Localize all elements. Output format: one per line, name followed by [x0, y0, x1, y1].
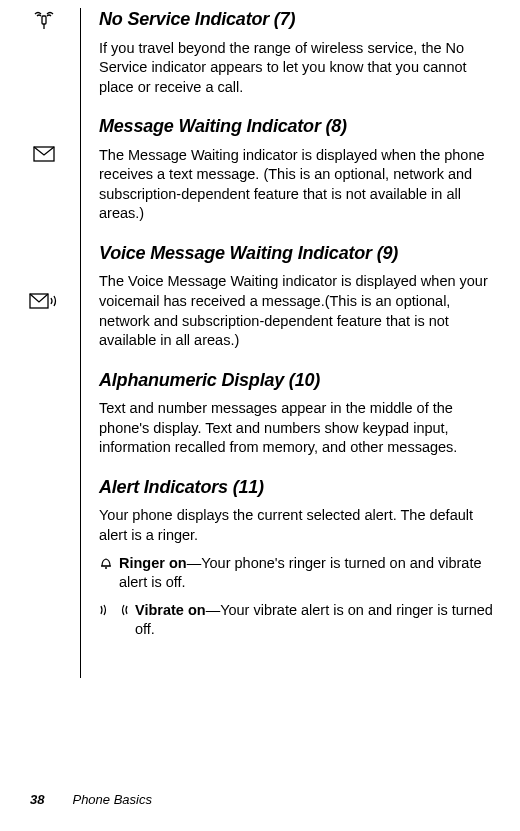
heading-alert-indicators: Alert Indicators (11) — [99, 476, 500, 499]
page-footer: 38 Phone Basics — [30, 792, 152, 807]
heading-no-service: No Service Indicator (7) — [99, 8, 500, 31]
svg-point-5 — [105, 567, 107, 569]
message-waiting-icon — [20, 146, 68, 162]
ringer-on-label: Ringer on — [119, 555, 187, 571]
alert-vibrate-text: Vibrate on—Your vibrate alert is on and … — [135, 601, 500, 640]
heading-voice-message-waiting: Voice Message Waiting Indicator (9) — [99, 242, 500, 265]
section-message-waiting: Message Waiting Indicator (8) The Messag… — [99, 115, 500, 224]
chapter-title: Phone Basics — [72, 792, 152, 807]
two-column-layout: No Service Indicator (7) If you travel b… — [20, 8, 500, 678]
heading-message-waiting: Message Waiting Indicator (8) — [99, 115, 500, 138]
section-no-service: No Service Indicator (7) If you travel b… — [99, 8, 500, 97]
no-service-icon — [20, 10, 68, 32]
vibrate-on-label: Vibrate on — [135, 602, 206, 618]
icon-column — [20, 8, 80, 678]
voice-message-waiting-icon — [20, 293, 68, 309]
page-content: No Service Indicator (7) If you travel b… — [0, 0, 520, 678]
body-no-service: If you travel beyond the range of wirele… — [99, 39, 500, 98]
alert-ringer-text: Ringer on—Your phone's ringer is turned … — [119, 554, 500, 593]
body-voice-message-waiting: The Voice Message Waiting indicator is d… — [99, 272, 500, 350]
section-voice-message-waiting: Voice Message Waiting Indicator (9) The … — [99, 242, 500, 351]
body-alphanumeric: Text and number messages appear in the m… — [99, 399, 500, 458]
section-alert-indicators: Alert Indicators (11) Your phone display… — [99, 476, 500, 640]
text-column: No Service Indicator (7) If you travel b… — [80, 8, 500, 678]
alert-ringer-on: Ringer on—Your phone's ringer is turned … — [99, 554, 500, 593]
page-number: 38 — [30, 792, 44, 807]
svg-rect-0 — [42, 16, 46, 24]
alert-vibrate-on: Vibrate on—Your vibrate alert is on and … — [99, 601, 500, 640]
body-alert-indicators: Your phone displays the current selected… — [99, 506, 500, 545]
heading-alphanumeric: Alphanumeric Display (10) — [99, 369, 500, 392]
section-alphanumeric: Alphanumeric Display (10) Text and numbe… — [99, 369, 500, 458]
body-message-waiting: The Message Waiting indicator is display… — [99, 146, 500, 224]
bell-icon — [99, 556, 113, 576]
vibrate-icon — [99, 603, 129, 623]
